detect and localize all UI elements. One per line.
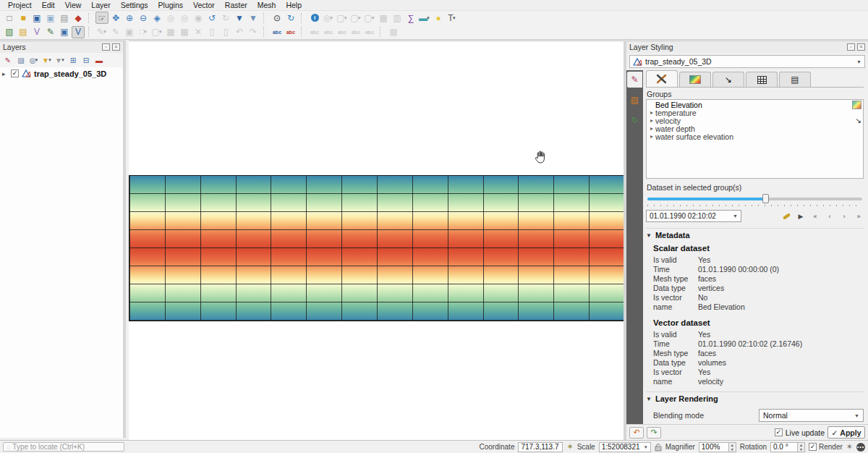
- tab-stacked-mesh-averaging[interactable]: ▤: [779, 72, 811, 87]
- add-group-icon[interactable]: ▨: [15, 54, 27, 66]
- scale-combo[interactable]: 1:52008321 ▼: [599, 442, 651, 452]
- new-shapefile-layer-icon[interactable]: V: [30, 26, 43, 38]
- menu-layer[interactable]: Layer: [86, 0, 115, 10]
- menu-plugins[interactable]: Plugins: [153, 0, 188, 10]
- style-manager-icon[interactable]: ◆: [72, 12, 85, 24]
- open-layer-styling-icon[interactable]: ✎: [2, 54, 14, 66]
- new-project-icon[interactable]: □: [3, 12, 16, 24]
- 3d-view-tab-icon[interactable]: ▧: [627, 92, 642, 108]
- messages-icon[interactable]: •••: [856, 443, 865, 452]
- close-icon[interactable]: ×: [857, 43, 865, 51]
- map-canvas[interactable]: [129, 41, 624, 440]
- identify-features-icon[interactable]: i: [308, 12, 321, 24]
- dataset-time-slider[interactable]: [647, 193, 862, 203]
- filter-by-expression-icon[interactable]: ▼▼: [54, 54, 66, 66]
- zoom-out-icon[interactable]: ⊖: [137, 12, 150, 24]
- map-tips-icon[interactable]: ●: [432, 12, 445, 24]
- chevron-right-icon[interactable]: ▸: [648, 133, 655, 140]
- coordinate-field[interactable]: 717.3,113.7: [518, 442, 563, 452]
- undock-icon[interactable]: ▫: [847, 43, 855, 51]
- live-update-checkbox[interactable]: ✓ Live update: [775, 428, 825, 437]
- filter-legend-icon[interactable]: ▼▼: [41, 54, 53, 66]
- apply-button[interactable]: ✓ Apply: [827, 426, 865, 439]
- tab-general-settings[interactable]: [646, 70, 678, 87]
- menu-raster[interactable]: Raster: [220, 0, 252, 10]
- spin-arrows-icon[interactable]: ▲▼: [798, 442, 805, 452]
- chevron-right-icon[interactable]: ▸: [648, 109, 655, 116]
- style-redo-button[interactable]: ↷: [647, 427, 661, 439]
- menu-mesh[interactable]: Mesh: [252, 0, 281, 10]
- lock-icon[interactable]: [655, 443, 662, 452]
- chevron-right-icon[interactable]: ▸: [648, 125, 655, 132]
- zoom-last-icon[interactable]: ↺: [205, 12, 218, 24]
- style-undo-button[interactable]: ↶: [629, 427, 644, 439]
- group-row-temperature[interactable]: ▸temperature: [647, 109, 863, 117]
- first-frame-button[interactable]: «: [810, 211, 820, 221]
- expand-all-icon[interactable]: ⊞: [67, 54, 79, 66]
- metadata-section-header[interactable]: ▼ Metadata: [646, 228, 864, 240]
- chevron-right-icon[interactable]: ▸: [648, 117, 655, 124]
- mesh-digitizing-icon[interactable]: V: [72, 26, 85, 38]
- group-row-water-depth[interactable]: ▸water depth: [647, 124, 863, 132]
- group-row-bed-elevation[interactable]: Bed Elevation: [647, 101, 863, 109]
- close-icon[interactable]: ×: [112, 43, 120, 51]
- layout-manager-icon[interactable]: ▤: [58, 12, 71, 24]
- text-annotation-icon[interactable]: T▼: [446, 12, 459, 24]
- pan-to-selection-icon[interactable]: ✥: [109, 12, 122, 24]
- open-project-icon[interactable]: ■: [17, 12, 30, 24]
- tab-contours[interactable]: [679, 72, 711, 87]
- playback-settings-button[interactable]: [781, 211, 791, 221]
- symbology-tab-icon[interactable]: ✎: [627, 72, 642, 88]
- pin-labels-icon[interactable]: abc: [284, 26, 297, 38]
- layer-tree-item[interactable]: ▸ ✓ trap_steady_05_3D: [0, 67, 123, 80]
- active-vector-icon[interactable]: ↘: [856, 117, 861, 124]
- menu-help[interactable]: Help: [281, 0, 307, 10]
- refresh-icon[interactable]: ↻: [284, 12, 297, 24]
- add-database-layer-icon[interactable]: ▤: [17, 26, 30, 38]
- tab-vectors[interactable]: ↘: [712, 72, 744, 87]
- undock-icon[interactable]: ▫: [102, 43, 110, 51]
- layer-visibility-checkbox[interactable]: ✓: [11, 69, 19, 77]
- new-bookmark-icon[interactable]: ▼: [233, 12, 246, 24]
- extents-icon[interactable]: ✶: [566, 442, 573, 452]
- measure-icon[interactable]: ▬▼: [418, 12, 431, 24]
- dataset-groups-list[interactable]: Bed Elevation▸temperature▸velocity↘▸wate…: [646, 99, 864, 179]
- menu-view[interactable]: View: [60, 0, 87, 10]
- save-project-as-icon[interactable]: ▣: [44, 12, 57, 24]
- locator-search-input[interactable]: ◌ Type to locate (Ctrl+K): [3, 442, 124, 452]
- history-tab-icon[interactable]: ↻: [627, 112, 642, 128]
- slider-handle[interactable]: [762, 194, 769, 203]
- next-frame-button[interactable]: ›: [839, 211, 849, 221]
- crs-status-icon[interactable]: ✶: [846, 442, 853, 452]
- new-virtual-layer-icon[interactable]: ▣: [58, 26, 71, 38]
- previous-frame-button[interactable]: ‹: [825, 211, 835, 221]
- dataset-time-combo[interactable]: 01.01.1990 02:10:02 ▼: [646, 210, 741, 222]
- menu-project[interactable]: Project: [3, 0, 37, 10]
- rotation-spinbox[interactable]: 0.0 ° ▲▼: [770, 442, 805, 452]
- show-bookmarks-icon[interactable]: ▼: [247, 12, 260, 24]
- zoom-full-icon[interactable]: ◈: [150, 12, 163, 24]
- render-checkbox[interactable]: ✓ Render: [809, 443, 843, 451]
- magnifier-spinbox[interactable]: 100% ▲▼: [699, 442, 736, 452]
- temporal-controller-icon[interactable]: ⊙: [271, 12, 284, 24]
- collapse-all-icon[interactable]: ⊟: [80, 54, 92, 66]
- statistics-icon[interactable]: ∑: [404, 12, 417, 24]
- group-row-water-surface-elevation[interactable]: ▸water surface elevation: [647, 132, 863, 140]
- zoom-in-icon[interactable]: ⊕: [123, 12, 136, 24]
- last-frame-button[interactable]: »: [854, 211, 864, 221]
- menu-edit[interactable]: Edit: [37, 0, 60, 10]
- menu-vector[interactable]: Vector: [188, 0, 220, 10]
- menu-settings[interactable]: Settings: [116, 0, 153, 10]
- play-button[interactable]: ▶: [796, 211, 806, 221]
- spin-arrows-icon[interactable]: ▲▼: [729, 442, 736, 452]
- styling-layer-selector[interactable]: trap_steady_05_3D ▼: [629, 55, 865, 68]
- pan-map-icon[interactable]: ☞: [95, 12, 109, 24]
- tab-mesh-frame[interactable]: [746, 72, 778, 87]
- blending-mode-combo[interactable]: Normal ▼: [759, 409, 864, 422]
- layer-labeling-icon[interactable]: abc: [271, 26, 284, 38]
- new-geopackage-layer-icon[interactable]: ✎: [44, 26, 57, 38]
- active-scalar-icon[interactable]: [852, 101, 861, 109]
- save-project-icon[interactable]: ▣: [30, 12, 43, 24]
- remove-layer-icon[interactable]: ▬: [93, 54, 105, 66]
- data-source-manager-icon[interactable]: ▧: [3, 26, 16, 38]
